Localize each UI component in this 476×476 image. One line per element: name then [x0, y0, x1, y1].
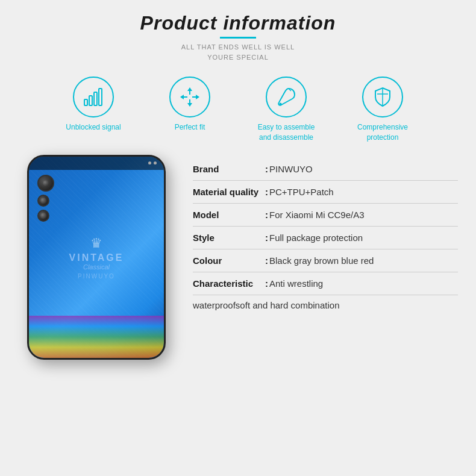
svg-marker-11 — [196, 95, 199, 99]
svg-point-12 — [280, 103, 282, 105]
svg-marker-9 — [180, 95, 184, 99]
spec-row-model: Model : For Xiaomi Mi CC9e/A3 — [193, 204, 458, 227]
spec-colon-style: : — [265, 233, 268, 243]
features-row: Unblocked signal Perfect fit — [18, 77, 458, 143]
unblocked-signal-label: Unblocked signal — [66, 122, 121, 133]
signal-icon — [83, 86, 104, 108]
shield-icon — [372, 86, 393, 108]
comprehensive-protection-label: Comprehensive protection — [343, 122, 422, 143]
spec-colon-colour: : — [265, 255, 268, 266]
feature-easy-assemble: Easy to assembleand disassemble — [247, 77, 325, 143]
spec-value-material: PC+TPU+Patch — [269, 187, 334, 197]
spec-row-colour: Colour : Black gray brown blue red — [193, 249, 458, 272]
phone-center-text: ♛ VINTAGE Classical PINWUYO — [69, 235, 124, 279]
spec-row-brand: Brand : PINWUYO — [193, 158, 458, 181]
comprehensive-protection-icon-circle — [362, 77, 403, 117]
spec-row-material: Material quality : PC+TPU+Patch — [193, 181, 458, 204]
camera-area — [37, 175, 54, 222]
spec-row-characteristic: Characteristic : Anti wrestling — [193, 272, 458, 295]
spec-label-brand: Brand — [193, 164, 265, 174]
phone-power-button — [164, 205, 166, 223]
spec-value-style: Full package protection — [269, 233, 363, 243]
easy-assemble-icon-circle — [266, 77, 307, 117]
wrench-icon — [275, 86, 297, 108]
phone-mockup: ♛ VINTAGE Classical PINWUYO — [27, 155, 166, 360]
camera-lens-main — [37, 175, 54, 192]
page-title: Product information — [140, 12, 336, 34]
phone-vol-down-button — [27, 217, 28, 229]
title-underline — [220, 37, 256, 39]
specs-section: Brand : PINWUYO Material quality : PC+TP… — [193, 155, 458, 316]
phone-vol-up-button — [27, 199, 28, 211]
spec-label-colour: Colour — [193, 255, 265, 266]
product-section: ♛ VINTAGE Classical PINWUYO Brand : PINW… — [18, 155, 458, 360]
feature-perfect-fit: Perfect fit — [151, 77, 229, 133]
camera-lens-3 — [37, 210, 49, 222]
spec-label-characteristic: Characteristic — [193, 278, 265, 289]
spec-colon-characteristic: : — [265, 278, 268, 289]
header-section: Product information ALL THAT ENDS WELL I… — [140, 12, 336, 62]
spec-colon-brand: : — [265, 164, 268, 174]
phone-bottom-screen — [29, 316, 164, 358]
spec-colon-material: : — [265, 187, 268, 197]
spec-value-model: For Xiaomi Mi CC9e/A3 — [269, 210, 365, 220]
perfect-fit-icon-circle — [169, 77, 210, 117]
spec-row-style: Style : Full package protection — [193, 227, 458, 249]
status-dot — [148, 161, 151, 164]
subtitle: ALL THAT ENDS WELL IS WELL YOURE SPECIAL — [140, 42, 336, 62]
feature-unblocked-signal: Unblocked signal — [54, 77, 133, 133]
spec-value-extra: waterproofsoft and hard combination — [193, 300, 339, 310]
spec-value-characteristic: Anti wrestling — [269, 278, 323, 289]
unblocked-signal-icon-circle — [73, 77, 114, 117]
svg-marker-5 — [187, 87, 192, 91]
phone-image-container: ♛ VINTAGE Classical PINWUYO — [18, 155, 175, 360]
svg-rect-3 — [99, 89, 102, 105]
product-info-page: Product information ALL THAT ENDS WELL I… — [0, 0, 476, 476]
spec-label-material: Material quality — [193, 187, 265, 197]
svg-rect-0 — [84, 99, 87, 105]
spec-row-extra: waterproofsoft and hard combination — [193, 295, 458, 316]
svg-rect-2 — [94, 92, 97, 105]
perfect-fit-label: Perfect fit — [175, 122, 205, 133]
spec-value-brand: PINWUYO — [269, 164, 313, 174]
spec-value-colour: Black gray brown blue red — [269, 255, 374, 266]
spec-label-style: Style — [193, 233, 265, 243]
camera-lens-2 — [37, 195, 49, 207]
svg-marker-7 — [187, 103, 192, 107]
resize-icon — [179, 86, 201, 108]
easy-assemble-label: Easy to assembleand disassemble — [258, 122, 315, 143]
svg-rect-1 — [89, 96, 92, 105]
spec-colon-model: : — [265, 210, 268, 220]
phone-top-bar — [29, 157, 164, 170]
feature-comprehensive-protection: Comprehensive protection — [343, 77, 422, 143]
status-dot-2 — [154, 161, 157, 164]
spec-label-model: Model — [193, 210, 265, 220]
